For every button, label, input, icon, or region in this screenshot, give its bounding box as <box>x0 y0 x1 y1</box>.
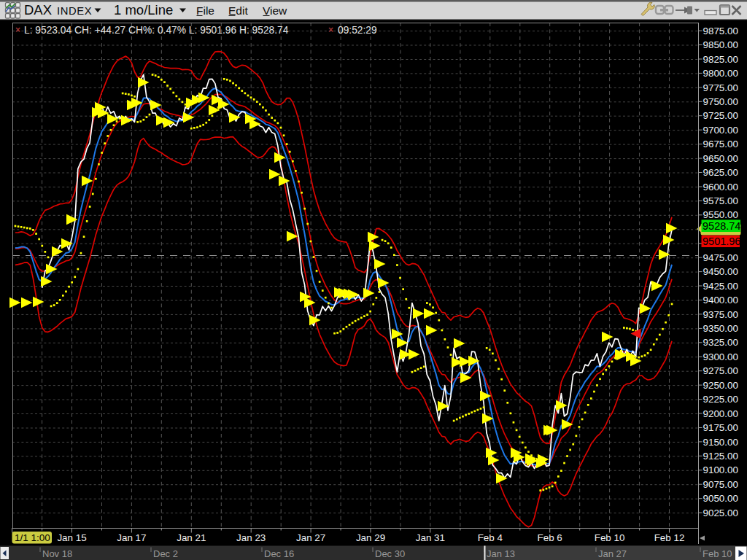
svg-text:Jan 13: Jan 13 <box>487 548 515 559</box>
svg-text:Feb 4: Feb 4 <box>478 532 503 543</box>
svg-text:9475.00: 9475.00 <box>703 252 738 263</box>
svg-text:9600.00: 9600.00 <box>703 182 738 192</box>
svg-text:Feb 12: Feb 12 <box>654 532 685 543</box>
svg-text:9700.00: 9700.00 <box>703 125 738 136</box>
svg-text:Jan 23: Jan 23 <box>236 532 266 543</box>
svg-text:9850.00: 9850.00 <box>703 39 738 50</box>
svg-text:9800.00: 9800.00 <box>703 68 738 79</box>
svg-text:9450.00: 9450.00 <box>703 266 738 277</box>
svg-text:Dec 30: Dec 30 <box>375 548 405 559</box>
svg-text:9275.00: 9275.00 <box>703 365 738 376</box>
svg-text:9375.00: 9375.00 <box>703 309 738 320</box>
svg-text:Jan 27: Jan 27 <box>296 532 325 543</box>
svg-text:Jan 17: Jan 17 <box>117 532 146 543</box>
svg-text:9875.00: 9875.00 <box>703 26 738 36</box>
svg-text:9550.00: 9550.00 <box>703 209 738 220</box>
svg-text:DAX: DAX <box>24 2 52 18</box>
svg-text:9200.00: 9200.00 <box>703 408 738 419</box>
svg-text:Jan 21: Jan 21 <box>177 532 206 543</box>
svg-text:9175.00: 9175.00 <box>703 422 738 433</box>
svg-text:9750.00: 9750.00 <box>703 96 738 107</box>
svg-text:Jan 15: Jan 15 <box>57 532 86 543</box>
svg-text:View: View <box>263 4 287 17</box>
svg-text:Feb 10: Feb 10 <box>703 548 732 559</box>
svg-text:File: File <box>196 4 214 17</box>
svg-text:9225.00: 9225.00 <box>703 394 738 405</box>
svg-text:9528.74: 9528.74 <box>703 220 740 232</box>
svg-text:9100.00: 9100.00 <box>703 464 738 475</box>
svg-text:×: × <box>328 25 333 35</box>
svg-text:9675.00: 9675.00 <box>703 139 738 149</box>
svg-text:Jan 27: Jan 27 <box>598 548 627 559</box>
svg-text:9425.00: 9425.00 <box>703 281 738 292</box>
svg-text:9150.00: 9150.00 <box>703 437 738 448</box>
svg-text:09:52:29: 09:52:29 <box>338 25 377 36</box>
svg-text:9125.00: 9125.00 <box>703 451 738 462</box>
svg-text:9825.00: 9825.00 <box>703 54 738 65</box>
svg-text:9075.00: 9075.00 <box>703 479 738 490</box>
svg-text:1/1 1:00: 1/1 1:00 <box>15 532 50 543</box>
svg-text:9400.00: 9400.00 <box>703 295 738 306</box>
svg-text:9300.00: 9300.00 <box>703 351 738 362</box>
svg-text:×: × <box>15 25 20 35</box>
svg-text:9501.96: 9501.96 <box>703 236 740 247</box>
svg-text:Jan 29: Jan 29 <box>356 532 385 543</box>
svg-text:Edit: Edit <box>228 4 248 17</box>
svg-text:9725.00: 9725.00 <box>703 110 738 121</box>
svg-text:9350.00: 9350.00 <box>703 323 738 334</box>
svg-text:9250.00: 9250.00 <box>703 380 738 391</box>
svg-text:INDEX: INDEX <box>57 5 92 17</box>
svg-text:9625.00: 9625.00 <box>703 167 738 178</box>
svg-text:9575.00: 9575.00 <box>703 195 738 206</box>
svg-text:9325.00: 9325.00 <box>703 337 738 348</box>
svg-text:9050.00: 9050.00 <box>703 493 738 504</box>
svg-text:Jan 31: Jan 31 <box>416 532 445 543</box>
svg-text:9775.00: 9775.00 <box>703 82 738 93</box>
svg-text:9025.00: 9025.00 <box>703 508 738 518</box>
svg-text:Dec 2: Dec 2 <box>153 548 178 559</box>
svg-text:Nov 18: Nov 18 <box>42 548 72 559</box>
svg-text:Feb 6: Feb 6 <box>538 532 562 543</box>
svg-text:1 mo/Line: 1 mo/Line <box>114 2 173 18</box>
svg-text:Feb 10: Feb 10 <box>595 532 625 543</box>
svg-text:L: 9523.04 CH: +44.27 CH%: 0.4: L: 9523.04 CH: +44.27 CH%: 0.47% L: 9501… <box>24 25 289 36</box>
svg-text:9650.00: 9650.00 <box>703 153 738 164</box>
svg-text:Dec 16: Dec 16 <box>264 548 294 559</box>
